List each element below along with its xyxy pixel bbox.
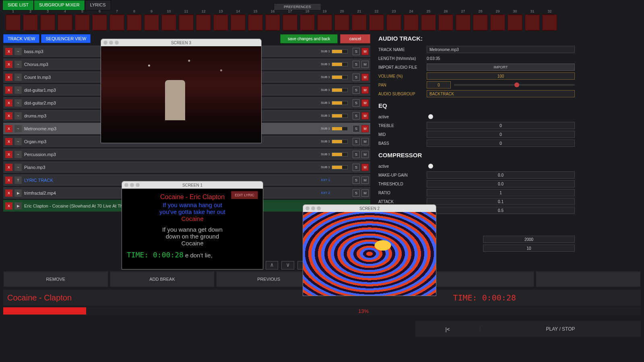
mute-button[interactable]: M	[361, 125, 369, 132]
preset-slot[interactable]: 7	[109, 14, 124, 31]
delete-track-button[interactable]: X	[5, 48, 12, 55]
delete-track-button[interactable]: X	[5, 125, 12, 132]
mute-button[interactable]: M	[361, 164, 369, 171]
preset-slot[interactable]: 23	[386, 14, 401, 31]
track-volume-slider[interactable]	[332, 152, 348, 156]
gain-input[interactable]: 0.0	[427, 171, 575, 179]
delete-track-button[interactable]: X	[5, 164, 12, 171]
delete-track-button[interactable]: X	[5, 112, 12, 119]
preset-slot[interactable]: 32	[542, 14, 557, 31]
preset-slot[interactable]: 25	[421, 14, 436, 31]
track-row[interactable]: X~Piano.mp3SUB 1SM	[3, 161, 370, 173]
delete-track-button[interactable]: X	[5, 151, 12, 158]
extra-2-input[interactable]: 10	[483, 245, 575, 252]
solo-button[interactable]: S	[353, 189, 360, 197]
preset-slot[interactable]: 26	[438, 14, 453, 31]
ratio-input[interactable]: 1	[427, 189, 575, 196]
preset-slot[interactable]: 28	[473, 14, 488, 31]
track-volume-slider[interactable]	[332, 88, 348, 92]
solo-button[interactable]: S	[353, 61, 360, 68]
preset-slot[interactable]: 6	[92, 14, 107, 31]
preset-slot[interactable]: 9	[144, 14, 159, 31]
preset-slot[interactable]: 24	[404, 14, 419, 31]
preset-slot[interactable]: 4	[58, 14, 72, 31]
preset-slot[interactable]: 2	[23, 14, 38, 31]
delete-track-button[interactable]: X	[5, 202, 12, 210]
track-volume-slider[interactable]	[332, 140, 348, 144]
solo-button[interactable]: S	[353, 86, 360, 94]
preset-slot[interactable]: 15	[248, 14, 263, 31]
pan-input[interactable]: 0	[427, 81, 451, 88]
solo-button[interactable]: S	[353, 151, 360, 158]
preset-slot[interactable]: 5	[75, 14, 90, 31]
sequencer-view-tab[interactable]: SEQUENCER VIEW	[41, 34, 91, 43]
preset-slot[interactable]: 19	[317, 14, 332, 31]
track-view-tab[interactable]: TRACK VIEW	[3, 34, 39, 43]
solo-button[interactable]: S	[353, 112, 360, 119]
solo-button[interactable]: S	[353, 74, 360, 81]
solo-button[interactable]: S	[353, 99, 360, 107]
volume-input[interactable]: 100	[427, 72, 575, 80]
preset-slot[interactable]: 31	[525, 14, 540, 31]
action-button[interactable]: ADD BREAK	[110, 271, 215, 287]
preset-slot[interactable]: 14	[231, 14, 246, 31]
preset-slot[interactable]: 10	[161, 14, 176, 31]
mute-button[interactable]: M	[361, 177, 369, 184]
track-volume-slider[interactable]	[332, 75, 348, 79]
rewind-button[interactable]: |<	[415, 326, 480, 332]
track-volume-slider[interactable]	[332, 49, 348, 53]
preset-slot[interactable]: 12	[196, 14, 211, 31]
preset-slot[interactable]: 1	[6, 14, 21, 31]
solo-button[interactable]: S	[353, 48, 360, 55]
preset-slot[interactable]: 8	[127, 14, 142, 31]
delete-track-button[interactable]: X	[5, 61, 12, 68]
delete-track-button[interactable]: X	[5, 189, 12, 197]
mute-button[interactable]: M	[361, 151, 369, 158]
action-button[interactable]	[536, 271, 641, 287]
save-button[interactable]: save changes and back	[280, 34, 338, 43]
preset-slot[interactable]: 3	[40, 14, 55, 31]
track-name-input[interactable]: Metronome.mp3	[427, 46, 575, 53]
preset-slot[interactable]: 13	[213, 14, 228, 31]
pan-slider[interactable]	[454, 84, 575, 86]
mute-button[interactable]: M	[361, 74, 369, 81]
mute-button[interactable]: M	[361, 138, 369, 145]
cancel-button[interactable]: cancel	[340, 34, 370, 43]
release-input[interactable]: 0.5	[427, 207, 575, 214]
preset-slot[interactable]: 17	[283, 14, 297, 31]
edit-lyric-button[interactable]: EDIT LYRIC	[231, 191, 258, 199]
preset-slot[interactable]: 21	[352, 14, 367, 31]
track-volume-slider[interactable]	[332, 114, 348, 118]
preset-slot[interactable]: 30	[508, 14, 522, 31]
mid-input[interactable]: 0	[427, 131, 575, 138]
extra-1-input[interactable]: 2000	[483, 236, 575, 243]
preset-slot[interactable]: 29	[490, 14, 505, 31]
delete-track-button[interactable]: X	[5, 138, 12, 145]
solo-button[interactable]: S	[353, 125, 360, 132]
delete-track-button[interactable]: X	[5, 177, 12, 184]
mute-button[interactable]: M	[361, 189, 369, 197]
eq-active-toggle[interactable]	[428, 114, 433, 119]
preset-slot[interactable]: 20	[334, 14, 349, 31]
preset-slot[interactable]: 22	[369, 14, 384, 31]
mute-button[interactable]: M	[361, 86, 369, 94]
action-button[interactable]: REMOVE	[3, 271, 108, 287]
attack-input[interactable]: 0.1	[427, 198, 575, 205]
import-button[interactable]: IMPORT	[427, 64, 575, 71]
vol-down-button[interactable]: \/	[281, 261, 294, 269]
subgroup-select[interactable]: BACKTRACK	[427, 90, 575, 97]
bass-input[interactable]: 0	[427, 140, 575, 147]
preset-slot[interactable]: 27	[456, 14, 471, 31]
delete-track-button[interactable]: X	[5, 99, 12, 107]
play-stop-button[interactable]: PLAY / STOP	[480, 326, 641, 332]
track-volume-slider[interactable]	[332, 62, 348, 66]
delete-track-button[interactable]: X	[5, 86, 12, 94]
solo-button[interactable]: S	[353, 164, 360, 171]
track-volume-slider[interactable]	[332, 165, 348, 169]
action-button[interactable]	[429, 271, 535, 287]
progress-bar[interactable]: 13%	[3, 306, 641, 315]
mute-button[interactable]: M	[361, 48, 369, 55]
threshold-input[interactable]: 0.0	[427, 180, 575, 187]
vol-up-button[interactable]: /\	[266, 261, 279, 269]
preset-slot[interactable]: 16	[265, 14, 280, 31]
